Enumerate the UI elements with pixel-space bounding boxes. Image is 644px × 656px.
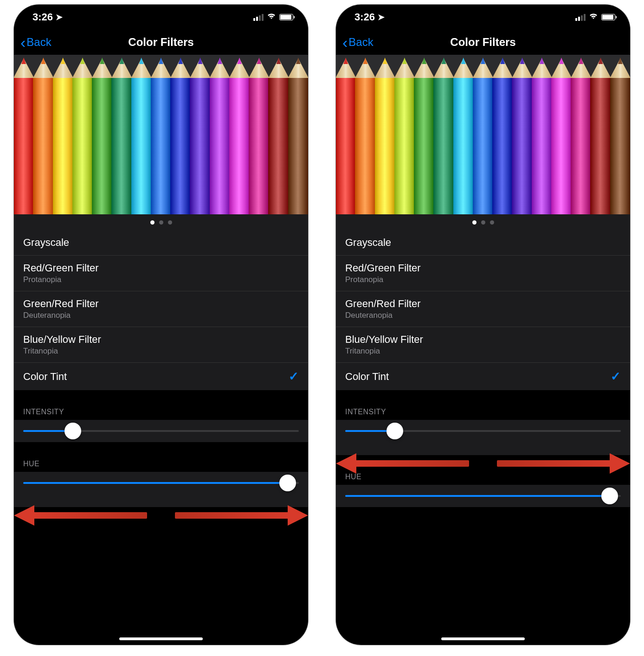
status-time: 3:26: [32, 11, 53, 23]
status-bar: 3:26 ➤: [336, 5, 630, 30]
back-button[interactable]: ‹ Back: [342, 34, 374, 50]
filter-row[interactable]: Blue/Yellow Filter Tritanopia: [14, 327, 308, 363]
pencil: [433, 55, 454, 214]
filter-row[interactable]: Blue/Yellow Filter Tritanopia: [336, 327, 630, 363]
hue-slider-thumb[interactable]: [601, 488, 618, 504]
page-dot[interactable]: [159, 220, 163, 225]
page-dot[interactable]: [150, 220, 155, 225]
filter-label: Grayscale: [345, 237, 391, 249]
hue-slider-row: [336, 485, 630, 507]
intensity-slider-row: [14, 420, 308, 442]
pencil: [229, 55, 250, 214]
filter-row[interactable]: Green/Red Filter Deuteranopia: [336, 291, 630, 327]
filter-label: Green/Red Filter: [345, 298, 421, 310]
filter-row[interactable]: Green/Red Filter Deuteranopia: [14, 291, 308, 327]
page-dots[interactable]: [14, 214, 308, 230]
pencil: [92, 55, 112, 214]
page-dot[interactable]: [168, 220, 172, 225]
pencil: [492, 55, 513, 214]
filter-label: Color Tint: [345, 371, 389, 383]
hue-slider[interactable]: [345, 495, 621, 497]
filter-row[interactable]: Grayscale: [336, 230, 630, 256]
home-indicator[interactable]: [119, 637, 203, 640]
pencil: [151, 55, 171, 214]
pencil: [453, 55, 474, 214]
filter-label: Color Tint: [23, 371, 67, 383]
hue-header: HUE: [14, 456, 308, 472]
filter-sublabel: Deuteranopia: [23, 311, 99, 320]
location-icon: ➤: [56, 12, 63, 22]
battery-icon: [279, 14, 293, 20]
status-time: 3:26: [354, 11, 375, 23]
filter-label: Blue/Yellow Filter: [23, 334, 101, 346]
hue-section: HUE: [14, 442, 308, 507]
filter-list: Grayscale Red/Green Filter Protanopia Gr…: [14, 230, 308, 390]
nav-bar: ‹ Back Color Filters: [14, 30, 308, 55]
back-label: Back: [348, 36, 373, 49]
wifi-icon: [266, 13, 277, 22]
pencil: [288, 55, 308, 214]
intensity-header: INTENSITY: [336, 404, 630, 420]
pencil: [532, 55, 552, 214]
filter-row[interactable]: Color Tint ✓: [14, 363, 308, 390]
pencil: [414, 55, 434, 214]
intensity-slider[interactable]: [345, 430, 621, 432]
page-dot[interactable]: [472, 220, 477, 225]
home-indicator[interactable]: [441, 637, 525, 640]
chevron-left-icon: ‹: [20, 34, 26, 50]
back-button[interactable]: ‹ Back: [20, 34, 52, 50]
pencil: [190, 55, 210, 214]
hue-slider[interactable]: [23, 482, 299, 484]
intensity-header: INTENSITY: [14, 404, 308, 420]
back-label: Back: [26, 36, 51, 49]
filter-row[interactable]: Red/Green Filter Protanopia: [14, 256, 308, 291]
intensity-slider[interactable]: [23, 430, 299, 432]
filter-sublabel: Deuteranopia: [345, 311, 421, 320]
checkmark-icon: ✓: [611, 369, 621, 384]
page-title: Color Filters: [336, 36, 630, 49]
pencil: [268, 55, 289, 214]
filter-label: Red/Green Filter: [345, 262, 421, 274]
filter-sublabel: Tritanopia: [23, 347, 101, 356]
page-dots[interactable]: [336, 214, 630, 230]
wifi-icon: [588, 13, 599, 22]
hue-slider-thumb[interactable]: [279, 475, 296, 491]
page-dot[interactable]: [481, 220, 485, 225]
hue-slider-row: [14, 472, 308, 507]
pencil: [375, 55, 395, 214]
pencil-row: [14, 55, 308, 214]
pencil: [111, 55, 132, 214]
color-preview[interactable]: [14, 55, 308, 230]
pencil: [53, 55, 73, 214]
pencil: [551, 55, 572, 214]
filter-label: Blue/Yellow Filter: [345, 334, 423, 346]
checkmark-icon: ✓: [289, 369, 299, 384]
cellular-signal-icon: [575, 14, 586, 21]
page-dot[interactable]: [490, 220, 494, 225]
intensity-slider-thumb[interactable]: [64, 423, 81, 439]
pencil: [336, 55, 356, 214]
pencil-row: [336, 55, 630, 214]
pencil: [210, 55, 230, 214]
filter-row[interactable]: Red/Green Filter Protanopia: [336, 256, 630, 291]
pencil: [571, 55, 591, 214]
phone-screen-left: 3:26 ➤ ‹ Back Color Filters: [14, 5, 308, 645]
intensity-slider-thumb[interactable]: [386, 423, 403, 439]
filter-row[interactable]: Grayscale: [14, 230, 308, 256]
filter-label: Grayscale: [23, 237, 69, 249]
filter-label: Red/Green Filter: [23, 262, 99, 274]
pencil: [170, 55, 191, 214]
intensity-slider-row: [336, 420, 630, 455]
filter-row[interactable]: Color Tint ✓: [336, 363, 630, 390]
filter-label: Green/Red Filter: [23, 298, 99, 310]
pencil: [473, 55, 493, 214]
hue-section: HUE: [336, 455, 630, 507]
pencil: [72, 55, 93, 214]
pencil: [512, 55, 532, 214]
color-preview[interactable]: [336, 55, 630, 230]
arrow-left-icon: [14, 507, 147, 524]
phone-screen-right: 3:26 ➤ ‹ Back Color Filters: [336, 5, 630, 645]
hue-header: HUE: [336, 469, 630, 485]
pencil: [14, 55, 34, 214]
status-bar: 3:26 ➤: [14, 5, 308, 30]
